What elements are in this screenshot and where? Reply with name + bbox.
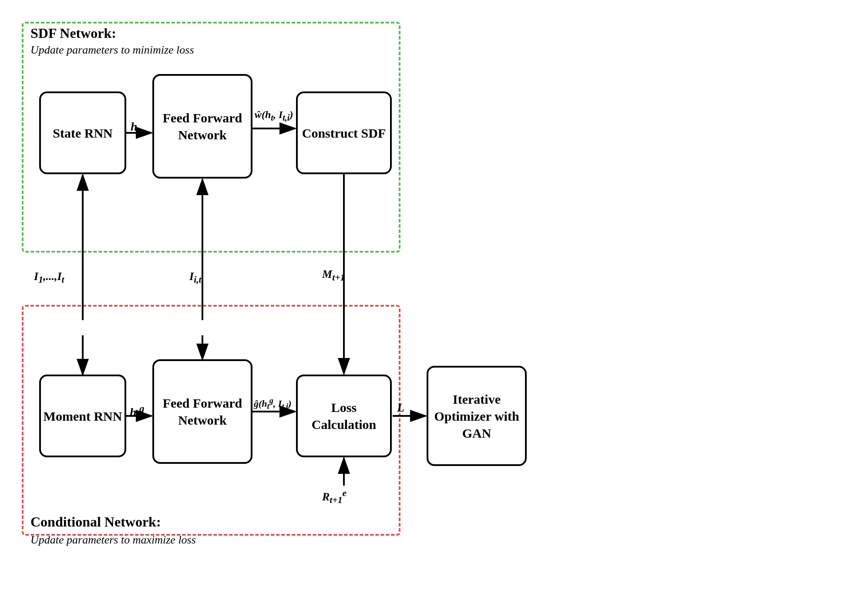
h-t-label: ht	[131, 120, 140, 136]
ffn-bottom-node: Feed Forward Network	[152, 359, 252, 464]
state-rnn-node: State RNN	[39, 91, 126, 174]
sdf-network-sublabel: Update parameters to minimize loss	[30, 44, 194, 57]
conditional-network-sublabel: Update parameters to maximize loss	[30, 533, 196, 547]
h-g-t-label: htg	[130, 403, 145, 422]
g-hat-label: ĝ(htg, It,i)	[254, 396, 292, 412]
w-hat-label: ŵ(ht, It,i)	[255, 109, 293, 123]
iterative-opt-node: Iterative Optimizer with GAN	[427, 366, 527, 466]
construct-sdf-node: Construct SDF	[296, 91, 392, 174]
conditional-network-label: Conditional Network:	[30, 514, 161, 530]
moment-rnn-node: Moment RNN	[39, 375, 126, 457]
l-label: L	[397, 401, 404, 415]
m-t1-label: Mt+1	[322, 268, 345, 283]
diagram-container: SDF Network: Update parameters to minimi…	[17, 17, 844, 584]
ffn-top-node: Feed Forward Network	[152, 74, 252, 179]
i-it-label: Ii,t	[189, 270, 202, 285]
sdf-network-label: SDF Network:	[30, 25, 116, 41]
i1-it-label: I1,...,It	[34, 270, 64, 285]
r-e-t1-label: Rt+1e	[322, 488, 347, 506]
loss-calc-node: Loss Calculation	[296, 375, 392, 457]
